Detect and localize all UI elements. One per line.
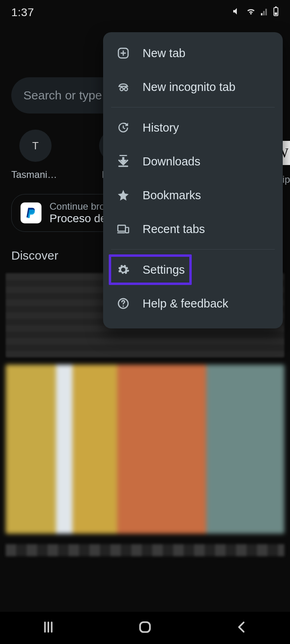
menu-help-feedback[interactable]: Help & feedback — [103, 287, 283, 320]
star-icon — [115, 187, 131, 203]
svg-point-7 — [122, 305, 124, 307]
menu-label: Recent tabs — [143, 223, 205, 236]
continue-subtitle: Continue brow — [50, 201, 112, 212]
discover-strip-censored — [6, 544, 284, 556]
svg-rect-5 — [125, 227, 128, 233]
menu-label: Settings — [143, 263, 185, 277]
status-bar: 1:37 — [0, 0, 290, 25]
menu-label: History — [143, 121, 179, 134]
home-button[interactable] — [137, 619, 153, 637]
menu-label: Downloads — [143, 155, 200, 168]
shortcut-label: Tasmania… — [11, 169, 60, 180]
menu-settings[interactable]: Settings — [103, 253, 283, 287]
menu-separator — [111, 107, 275, 107]
menu-recent-tabs[interactable]: Recent tabs — [103, 212, 283, 246]
status-icons — [232, 6, 279, 19]
help-icon — [115, 295, 131, 312]
download-icon — [115, 153, 131, 169]
svg-rect-2 — [275, 12, 277, 15]
battery-icon — [273, 6, 279, 19]
recents-button[interactable] — [40, 619, 56, 637]
menu-label: New tab — [143, 47, 185, 60]
back-button[interactable] — [234, 619, 250, 637]
history-icon — [115, 120, 131, 136]
shortcut-icon: T — [19, 130, 52, 162]
discover-image-censored[interactable] — [6, 365, 284, 534]
search-placeholder: Search or type — [23, 89, 102, 102]
menu-bookmarks[interactable]: Bookmarks — [103, 178, 283, 212]
menu-separator — [111, 249, 275, 250]
paypal-icon — [21, 202, 41, 223]
overflow-menu: New tab New incognito tab History Downlo… — [103, 32, 283, 328]
menu-new-tab[interactable]: New tab — [103, 36, 283, 70]
menu-history[interactable]: History — [103, 111, 283, 144]
continue-title: Proceso de — [50, 212, 112, 225]
svg-rect-8 — [140, 622, 150, 632]
shortcut-peek-label: ip — [282, 174, 290, 185]
devices-icon — [115, 221, 131, 237]
svg-rect-1 — [275, 6, 277, 8]
menu-label: Help & feedback — [143, 297, 228, 310]
shortcut-initial: T — [32, 140, 39, 152]
mute-icon — [232, 6, 242, 19]
menu-incognito-tab[interactable]: New incognito tab — [103, 70, 283, 104]
menu-downloads[interactable]: Downloads — [103, 144, 283, 178]
system-navbar — [0, 612, 290, 644]
wifi-icon — [246, 6, 256, 19]
menu-label: Bookmarks — [143, 189, 201, 202]
plus-box-icon — [115, 45, 131, 61]
gear-icon — [115, 262, 131, 278]
incognito-icon — [115, 79, 131, 95]
svg-rect-4 — [118, 225, 126, 231]
menu-label: New incognito tab — [143, 80, 236, 94]
status-time: 1:37 — [11, 6, 34, 19]
shortcut-item[interactable]: T Tasmania… — [11, 130, 60, 180]
signal-icon — [260, 6, 269, 19]
